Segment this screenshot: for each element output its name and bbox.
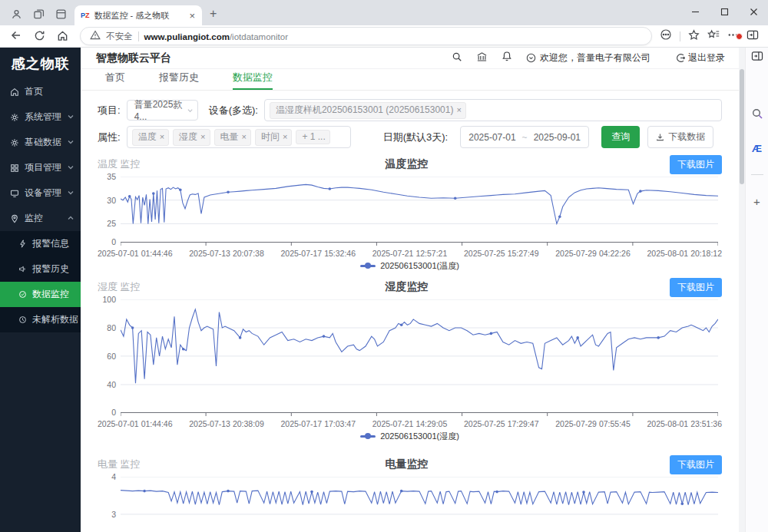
sidebar-item-data-monitor[interactable]: 数据监控 bbox=[0, 282, 81, 307]
bank-icon[interactable] bbox=[476, 51, 488, 65]
chart-panel-battery: 电量 监控 电量监控 下载图片 43 bbox=[98, 455, 722, 532]
sidebar-item-device[interactable]: 设备管理 bbox=[0, 180, 81, 206]
device-label: 设备(多选): bbox=[209, 104, 258, 117]
split-screen-icon[interactable] bbox=[746, 29, 759, 44]
browser-tab[interactable]: PZ 数据监控 - 感之物联 × bbox=[74, 5, 202, 25]
search-icon[interactable] bbox=[452, 51, 462, 65]
not-secure-warning-icon[interactable] bbox=[90, 29, 101, 43]
download-image-button[interactable]: 下载图片 bbox=[670, 278, 722, 297]
device-tag: 温湿度样机202506153001 (202506153001)× bbox=[270, 102, 466, 119]
attr-tag-more[interactable]: + 1 ... bbox=[296, 130, 329, 144]
sidebar-item-alarm-history[interactable]: 报警历史 bbox=[0, 256, 81, 282]
page-scrollbar[interactable] bbox=[739, 48, 745, 532]
chart-title: 温度监控 bbox=[144, 157, 670, 171]
user-menu[interactable]: 欢迎您，普量电子有限公司 bbox=[526, 51, 650, 64]
page-url: www.puliangiot.com/iotdatamonitor bbox=[144, 29, 288, 43]
speaker-icon bbox=[18, 265, 27, 273]
new-tab-button[interactable]: + bbox=[210, 7, 217, 21]
sidebar-item-system[interactable]: 系统管理 bbox=[0, 104, 81, 130]
battery-line-chart bbox=[121, 477, 718, 532]
query-button[interactable]: 查询 bbox=[601, 126, 640, 148]
window-close-button[interactable] bbox=[739, 0, 768, 23]
chart-legend[interactable]: 202506153001(温度) bbox=[98, 260, 722, 271]
gear-icon bbox=[10, 113, 19, 122]
workspaces-icon[interactable] bbox=[33, 8, 45, 20]
window-maximize-button[interactable] bbox=[710, 0, 739, 23]
project-select[interactable]: 普量2025款4... bbox=[127, 100, 198, 121]
remove-tag-icon[interactable]: × bbox=[242, 133, 247, 141]
chart-title: 湿度监控 bbox=[144, 280, 670, 294]
browser-menu-icon[interactable] bbox=[727, 29, 739, 44]
sidebar-toggle-icon[interactable] bbox=[751, 51, 763, 64]
tab-data-monitor[interactable]: 数据监控 bbox=[233, 71, 273, 90]
home-icon bbox=[10, 88, 19, 97]
home-icon[interactable] bbox=[52, 30, 72, 43]
tab-close-icon[interactable]: × bbox=[187, 10, 197, 21]
attr-tag-temperature: 温度× bbox=[132, 129, 169, 146]
clock-circle-icon bbox=[18, 316, 27, 324]
device-multiselect[interactable]: 温湿度样机202506153001 (202506153001)× bbox=[264, 99, 722, 121]
chart-legend[interactable]: 202506153001(湿度) bbox=[98, 431, 722, 441]
y-axis-labels: 3530250 bbox=[98, 177, 121, 247]
bell-icon[interactable] bbox=[502, 51, 512, 65]
window-minimize-button[interactable] bbox=[680, 0, 710, 23]
app-logo: 感之物联 bbox=[0, 48, 81, 79]
download-image-button[interactable]: 下载图片 bbox=[670, 455, 722, 474]
remove-tag-icon[interactable]: × bbox=[283, 133, 287, 141]
notification-badge bbox=[736, 33, 743, 40]
profile-icon[interactable] bbox=[11, 8, 22, 20]
circle-chevron-icon bbox=[526, 53, 536, 63]
sidebar-item-project[interactable]: 项目管理 bbox=[0, 155, 81, 180]
platform-title: 智慧物联云平台 bbox=[96, 51, 452, 65]
tab-actions-icon[interactable] bbox=[55, 8, 67, 20]
project-label: 项目: bbox=[98, 104, 121, 117]
gear-icon bbox=[10, 138, 19, 147]
date-range-picker[interactable]: 2025-07-01 ~ 2025-09-01 bbox=[460, 126, 589, 148]
attribute-multiselect[interactable]: 温度× 湿度× 电量× 时间× + 1 ... bbox=[127, 126, 351, 148]
chart-panel-humidity: 湿度 监控 湿度监控 下载图片 1008060400 2025-07-01 01… bbox=[98, 278, 722, 441]
temperature-line-chart bbox=[121, 177, 718, 247]
remove-tag-icon[interactable]: × bbox=[160, 133, 164, 141]
humidity-line-chart bbox=[121, 299, 718, 418]
sidebar-item-alarm-info[interactable]: 报警信息 bbox=[0, 231, 81, 256]
collections-icon[interactable] bbox=[707, 29, 720, 44]
scrollbar-thumb[interactable] bbox=[740, 69, 744, 184]
date-end: 2025-09-01 bbox=[534, 132, 581, 143]
download-data-button[interactable]: 下载数据 bbox=[647, 126, 713, 148]
sidebar-item-unparsed-data[interactable]: 未解析数据 bbox=[0, 307, 81, 332]
bing-search-icon[interactable] bbox=[751, 107, 763, 123]
back-icon[interactable] bbox=[6, 29, 26, 43]
chevron-up-icon bbox=[68, 216, 74, 220]
browser-toolbar: 不安全 www.puliangiot.com/iotdatamonitor bbox=[0, 25, 768, 48]
address-bar[interactable]: 不安全 www.puliangiot.com/iotdatamonitor bbox=[80, 27, 652, 45]
bolt-icon bbox=[18, 240, 27, 248]
sidebar-item-basedata[interactable]: 基础数据 bbox=[0, 130, 81, 155]
remove-tag-icon[interactable]: × bbox=[456, 106, 461, 114]
x-axis-labels: 2025-07-01 01:44:462025-07-13 20:38:0920… bbox=[98, 419, 722, 428]
reading-mode-icon[interactable] bbox=[660, 28, 672, 44]
sidebar-app-icon[interactable]: Æ bbox=[752, 143, 762, 154]
y-axis-labels: 43 bbox=[98, 477, 121, 532]
y-axis-labels: 1008060400 bbox=[98, 299, 121, 418]
attribute-label: 属性: bbox=[98, 131, 121, 144]
tab-alarm-history[interactable]: 报警历史 bbox=[159, 71, 199, 90]
grid-icon bbox=[10, 164, 19, 173]
refresh-icon[interactable] bbox=[29, 30, 49, 43]
monitor-submenu: 报警信息 报警历史 数据监控 未解析数据 bbox=[0, 231, 81, 332]
remove-tag-icon[interactable]: × bbox=[200, 133, 205, 141]
check-circle-icon bbox=[18, 290, 27, 299]
location-pin-icon bbox=[10, 214, 19, 223]
toolbar-divider bbox=[680, 31, 680, 41]
download-image-button[interactable]: 下载图片 bbox=[670, 155, 722, 174]
add-sidebar-app-icon[interactable]: + bbox=[753, 195, 760, 208]
legend-line-marker bbox=[360, 265, 376, 267]
filter-row-attributes: 属性: 温度× 湿度× 电量× 时间× + 1 ... 日期(默认3天): 20… bbox=[98, 126, 722, 148]
sidebar-item-monitor[interactable]: 监控 bbox=[0, 206, 81, 231]
site-favicon: PZ bbox=[81, 12, 90, 19]
favorite-star-icon[interactable] bbox=[688, 29, 700, 44]
sidebar-item-home[interactable]: 首页 bbox=[0, 79, 81, 104]
chevron-down-icon bbox=[68, 140, 74, 144]
date-start: 2025-07-01 bbox=[468, 132, 515, 143]
tab-home[interactable]: 首页 bbox=[105, 71, 125, 90]
logout-button[interactable]: 退出登录 bbox=[675, 51, 725, 64]
